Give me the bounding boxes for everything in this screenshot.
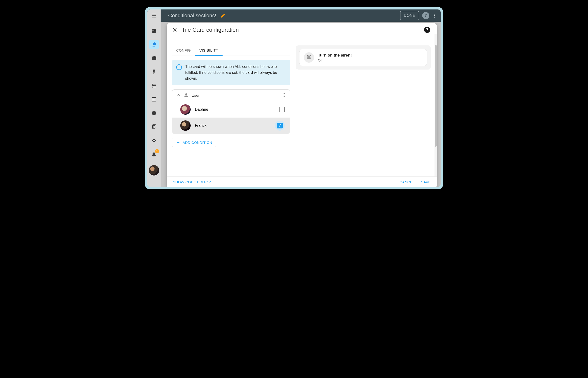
overflow-menu-icon[interactable] bbox=[431, 12, 438, 19]
modal-title: Tile Card configuration bbox=[182, 27, 239, 33]
tile-card-config-modal: Tile Card configuration ? CONFIG VISIBIL… bbox=[167, 23, 437, 187]
svg-point-39 bbox=[284, 96, 284, 97]
notification-badge: 1 bbox=[155, 149, 159, 153]
user-row-daphne[interactable]: Daphne bbox=[172, 101, 290, 118]
tile-card-preview[interactable]: Turn on the siren! Off bbox=[299, 49, 428, 66]
add-condition-label: ADD CONDITION bbox=[183, 140, 212, 145]
tabs: CONFIG VISIBILITY bbox=[172, 45, 290, 56]
user-name: Daphne bbox=[195, 108, 208, 112]
modal-help-icon[interactable]: ? bbox=[424, 27, 430, 33]
device-frame: Conditional sections! DONE ? bbox=[145, 7, 443, 189]
svg-point-12 bbox=[152, 85, 153, 86]
modal-scrollbar[interactable] bbox=[434, 34, 437, 176]
person-icon bbox=[184, 93, 189, 99]
svg-point-37 bbox=[284, 93, 284, 94]
svg-rect-18 bbox=[154, 98, 154, 101]
condition-card: User Daphne bbox=[172, 89, 290, 134]
svg-point-4 bbox=[434, 15, 435, 16]
info-text: The card will be shown when ALL conditio… bbox=[185, 64, 286, 81]
svg-rect-17 bbox=[153, 99, 153, 101]
svg-point-14 bbox=[152, 87, 153, 88]
svg-marker-33 bbox=[154, 139, 156, 142]
svg-point-38 bbox=[284, 95, 284, 96]
info-banner: i The card will be shown when ALL condit… bbox=[172, 60, 290, 85]
svg-rect-6 bbox=[152, 29, 154, 30]
tab-visibility[interactable]: VISIBILITY bbox=[195, 45, 223, 56]
body-area: 1 Tile Card configuration ? bbox=[147, 22, 441, 187]
cancel-button[interactable]: CANCEL bbox=[400, 180, 414, 184]
modal-scrollbar-thumb[interactable] bbox=[435, 45, 437, 147]
sidebar-item-notifications[interactable]: 1 bbox=[149, 149, 159, 159]
sidebar-item-energy[interactable] bbox=[149, 40, 159, 49]
tile-title: Turn on the siren! bbox=[318, 53, 352, 58]
sidebar-item-chip[interactable] bbox=[149, 108, 159, 118]
svg-marker-32 bbox=[152, 139, 154, 142]
sidebar-item-media[interactable] bbox=[149, 54, 159, 63]
svg-rect-19 bbox=[155, 99, 155, 101]
sidebar-item-code[interactable] bbox=[149, 136, 159, 145]
svg-line-45 bbox=[310, 55, 310, 55]
condition-label: User bbox=[192, 94, 200, 98]
done-button[interactable]: DONE bbox=[400, 11, 419, 20]
svg-point-3 bbox=[434, 14, 435, 15]
modal-header: Tile Card configuration ? bbox=[167, 23, 437, 34]
preview-column: Turn on the siren! Off bbox=[296, 45, 431, 176]
svg-rect-20 bbox=[153, 112, 155, 114]
preview-panel: Turn on the siren! Off bbox=[296, 45, 431, 69]
sidebar-item-list[interactable] bbox=[149, 81, 159, 90]
help-icon[interactable]: ? bbox=[422, 12, 429, 19]
checkbox-checked[interactable] bbox=[277, 123, 283, 128]
siren-icon bbox=[304, 52, 314, 63]
checkbox-unchecked[interactable] bbox=[279, 107, 285, 112]
avatar bbox=[180, 104, 191, 115]
svg-point-5 bbox=[434, 17, 435, 18]
condition-kebab-icon[interactable] bbox=[281, 93, 287, 99]
add-condition-button[interactable]: ADD CONDITION bbox=[172, 138, 216, 147]
modal-body: CONFIG VISIBILITY i The card will be sho… bbox=[167, 34, 434, 176]
app-window: Conditional sections! DONE ? bbox=[147, 10, 441, 187]
checkbox-halo bbox=[275, 121, 285, 131]
svg-rect-15 bbox=[153, 87, 156, 87]
user-row-franck[interactable]: Franck bbox=[172, 118, 290, 134]
config-left-column: CONFIG VISIBILITY i The card will be sho… bbox=[172, 45, 290, 176]
condition-header[interactable]: User bbox=[172, 90, 290, 101]
svg-rect-9 bbox=[152, 31, 154, 33]
svg-point-10 bbox=[152, 84, 153, 85]
svg-marker-30 bbox=[153, 126, 154, 128]
modal-footer: SHOW CODE EDITOR CANCEL SAVE bbox=[167, 176, 437, 187]
svg-point-36 bbox=[185, 94, 187, 95]
svg-rect-42 bbox=[307, 58, 311, 59]
sidebar-item-video[interactable] bbox=[149, 122, 159, 132]
pencil-icon[interactable] bbox=[220, 13, 226, 18]
svg-rect-8 bbox=[154, 30, 156, 33]
svg-rect-11 bbox=[153, 84, 156, 84]
chevron-up-icon bbox=[175, 93, 181, 99]
close-icon[interactable] bbox=[172, 27, 178, 33]
tab-config[interactable]: CONFIG bbox=[172, 45, 195, 55]
tile-subtitle: Off bbox=[318, 58, 352, 62]
sidebar-item-bolt[interactable] bbox=[149, 67, 159, 77]
sidebar: 1 bbox=[147, 22, 160, 187]
menu-button[interactable] bbox=[147, 10, 160, 22]
user-name: Franck bbox=[195, 123, 206, 128]
svg-rect-7 bbox=[154, 29, 156, 30]
sidebar-item-chart[interactable] bbox=[149, 94, 159, 104]
avatar bbox=[180, 121, 191, 131]
save-button[interactable]: SAVE bbox=[421, 180, 431, 184]
sidebar-item-dashboard[interactable] bbox=[149, 26, 159, 36]
info-icon: i bbox=[176, 64, 182, 70]
show-code-editor-button[interactable]: SHOW CODE EDITOR bbox=[173, 180, 211, 184]
svg-rect-13 bbox=[153, 85, 156, 86]
sidebar-avatar[interactable] bbox=[149, 165, 159, 176]
page-title: Conditional sections! bbox=[168, 13, 216, 19]
top-bar: Conditional sections! DONE ? bbox=[147, 10, 441, 22]
svg-line-44 bbox=[307, 55, 307, 55]
